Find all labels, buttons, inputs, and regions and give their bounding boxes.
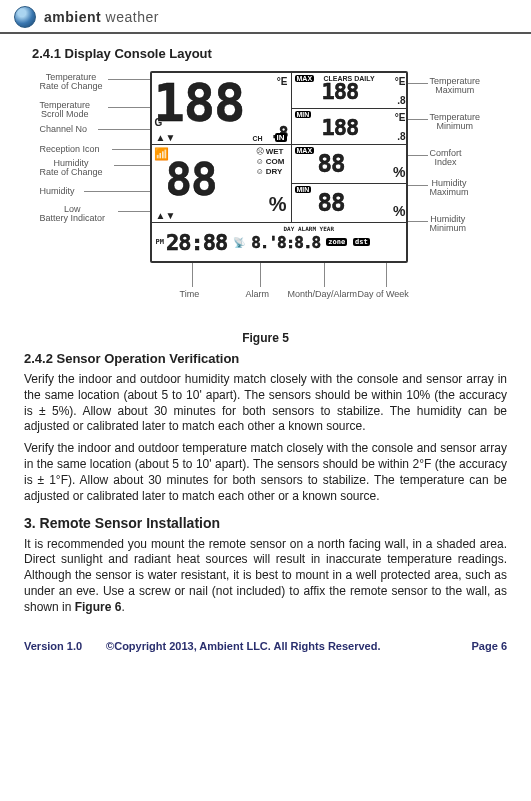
footer-version: Version 1.0	[24, 640, 82, 652]
hum-min-digits: 88	[318, 189, 345, 217]
max-badge: MAX	[295, 75, 315, 82]
temp-max-digits: 188	[322, 79, 359, 104]
para-verify-temp: Verify the indoor and outdoor temperatur…	[24, 441, 507, 504]
figure-5-caption: Figure 5	[24, 331, 507, 345]
callout-temp-max: TemperatureMaximum	[430, 77, 481, 96]
temp-max-unit: E	[395, 76, 406, 87]
header: ambient weather	[0, 0, 531, 34]
callout-temp-scroll: TemperatureScroll Mode	[40, 101, 91, 120]
section-2-4-1-title: 2.4.1 Display Console Layout	[32, 46, 507, 61]
scroll-g: G	[155, 117, 163, 128]
alarm-icon: 📡	[233, 237, 245, 248]
ch-label: CH	[252, 135, 262, 142]
footer-copyright: ©Copyright 2013, Ambient LLC. All Rights…	[106, 640, 380, 652]
callout-temp-rate: TemperatureRate of Change	[40, 73, 103, 92]
dst-badge: dst	[353, 238, 370, 246]
hum-trend-arrows-icon: ▲▼	[156, 210, 176, 221]
callout-mda: Month/Day/Alarm	[288, 289, 358, 299]
temp-min-digits: 188	[322, 115, 359, 140]
callout-comfort: ComfortIndex	[430, 149, 462, 168]
figure-6-ref: Figure 6	[75, 600, 122, 614]
temp-min-unit: E	[395, 112, 406, 123]
min-badge: MIN	[295, 111, 312, 118]
callout-humidity: Humidity	[40, 187, 75, 196]
figure-diagram: 188 E .8 ▲▼ G IN CH MAX CLEARS DAILY 188	[36, 67, 496, 327]
in-badge: IN	[275, 133, 287, 142]
hum-main-digits: 88	[166, 157, 217, 203]
hum-min-badge: MIN	[295, 186, 312, 193]
brand-logo-icon	[14, 6, 36, 28]
footer: Version 1.0 ©Copyright 2013, Ambient LLC…	[0, 632, 531, 662]
zone-badge: zone	[326, 238, 347, 246]
callout-hum-rate: HumidityRate of Change	[40, 159, 103, 178]
hum-min-pct: %	[393, 203, 405, 219]
callout-low-batt: LowBattery Indicator	[40, 205, 106, 224]
time-digits: 28:88	[166, 230, 227, 255]
callout-channel: Channel No	[40, 125, 88, 134]
callout-reception: Reception Icon	[40, 145, 100, 154]
hum-max-pct: %	[393, 164, 405, 180]
temp-main-digits: 188	[154, 73, 245, 133]
brand-text: ambient weather	[44, 9, 159, 25]
callout-time: Time	[180, 289, 200, 299]
wet-label: WET	[266, 147, 284, 157]
dry-label: DRY	[266, 167, 283, 177]
com-label: COM	[266, 157, 285, 167]
hum-max-digits: 88	[318, 150, 345, 178]
para-remote-install-end: .	[121, 600, 124, 614]
callout-alarm: Alarm	[246, 289, 270, 299]
footer-page: Page 6	[472, 640, 507, 652]
para-verify-humidity: Verify the indoor and outdoor humidity m…	[24, 372, 507, 435]
temp-min-dec: .8	[397, 131, 405, 142]
trend-arrows-icon: ▲▼	[156, 132, 176, 143]
hum-main-pct: %	[269, 193, 287, 216]
figure-5: 188 E .8 ▲▼ G IN CH MAX CLEARS DAILY 188	[24, 67, 507, 345]
brand-word-2: weather	[106, 9, 159, 25]
section-2-4-2-title: 2.4.2 Sensor Operation Verification	[24, 351, 507, 366]
brand-word-1: ambient	[44, 9, 101, 25]
para-remote-install: It is recommended you mount the remote s…	[24, 537, 507, 616]
temp-max-dec: .8	[397, 95, 405, 106]
md-digits: 8.'8:8.8	[251, 233, 320, 252]
hum-max-badge: MAX	[295, 147, 315, 154]
page-content: 2.4.1 Display Console Layout 188 E .8 ▲▼…	[0, 34, 531, 632]
pm-label: PM	[156, 238, 164, 246]
md-label: DAY ALARM YEAR	[284, 225, 335, 232]
callout-hum-max: HumidityMaximum	[430, 179, 469, 198]
comfort-faces: ☹ WET ☺ COM ☺ DRY	[256, 147, 285, 177]
callout-hum-min: HumidityMinimum	[430, 215, 467, 234]
callout-temp-min: TemperatureMinimum	[430, 113, 481, 132]
display-console: 188 E .8 ▲▼ G IN CH MAX CLEARS DAILY 188	[150, 71, 408, 263]
callout-dow: Day of Week	[358, 289, 409, 299]
section-3-title: 3. Remote Sensor Installation	[24, 515, 507, 531]
temp-unit: E	[277, 76, 288, 87]
